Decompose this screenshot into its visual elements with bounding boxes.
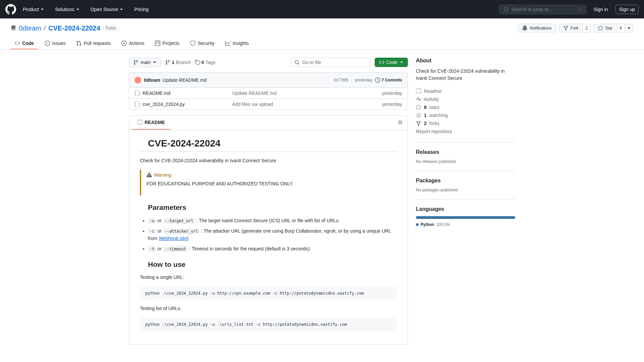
nav-product[interactable]: Product: [19, 4, 48, 15]
actions-icon: [121, 41, 127, 46]
readme-tab[interactable]: README: [132, 116, 170, 130]
file-time: yesterday: [382, 102, 402, 107]
file-browser-header: main 1 Branch 0 Tags Go to file Code: [129, 58, 408, 67]
readme-content: CVE-2024-22024 Check for CVE-2024-22024 …: [129, 130, 408, 344]
stars-link[interactable]: 8 stars: [416, 103, 515, 111]
avatar[interactable]: [135, 77, 141, 83]
chevron-down-icon: [119, 7, 123, 11]
fork-icon: [563, 25, 569, 31]
tags-link[interactable]: 0 Tags: [195, 60, 215, 65]
activity-link[interactable]: Activity: [416, 95, 515, 103]
history-icon: [375, 77, 380, 83]
repo-title-row: 0dteam / CVE-2024-22024 Public Notificat…: [11, 24, 633, 33]
file-commit-link[interactable]: Add files via upload: [232, 102, 273, 107]
language-item[interactable]: Python 100.0%: [416, 222, 515, 227]
howto-list-label: Testing list of URLs:: [140, 305, 397, 312]
about-section: About Check for CVE-2024-22024 vulnerabi…: [416, 58, 515, 142]
latest-commit-bar: 0dteam Update README.md 0c776f5 · yester…: [129, 72, 408, 88]
branches-link[interactable]: 1 Branch: [165, 60, 191, 65]
sign-in-button[interactable]: Sign in: [590, 5, 611, 14]
go-to-file-input[interactable]: Go to file: [290, 58, 371, 67]
tab-actions[interactable]: Actions: [117, 38, 148, 49]
commit-author[interactable]: 0dteam: [144, 77, 160, 83]
bell-icon: [522, 25, 528, 31]
global-header: Product Solutions Open Source Pricing Se…: [0, 0, 644, 18]
file-link[interactable]: cve_2024_22024.py: [143, 102, 185, 107]
search-icon: [503, 7, 509, 12]
code-icon: [15, 41, 20, 46]
about-heading: About: [416, 58, 515, 64]
readme-h1: CVE-2024-22024: [140, 138, 397, 152]
releases-heading: Releases: [416, 149, 515, 155]
file-link[interactable]: README.md: [143, 90, 170, 96]
header-left: Product Solutions Open Source Pricing: [5, 4, 153, 15]
readme-link[interactable]: Readme: [416, 87, 515, 95]
header-right: Search or jump to... / Sign in Sign up: [499, 5, 639, 14]
code-button[interactable]: Code: [375, 58, 408, 67]
report-link[interactable]: Report repository: [416, 127, 515, 135]
star-dropdown[interactable]: [625, 24, 633, 33]
pulse-icon: [416, 97, 421, 102]
nav-pricing[interactable]: Pricing: [130, 4, 153, 15]
branch-picker[interactable]: main: [129, 58, 161, 67]
file-row: cve_2024_22024.py Add files via upload y…: [129, 99, 408, 110]
commits-count-link[interactable]: 7 Commits: [375, 77, 402, 83]
repo-owner-link[interactable]: 0dteam: [19, 24, 41, 32]
file-commit-link[interactable]: Update README.md: [232, 90, 276, 96]
code-block: python .\cve_2024_22024.py -u http://vpn…: [140, 286, 397, 300]
book-icon: [416, 88, 421, 94]
readme-h2-howto: How to use: [140, 260, 397, 268]
star-button[interactable]: Star 8: [593, 24, 625, 33]
nav-solutions[interactable]: Solutions: [51, 4, 84, 15]
fork-count[interactable]: 2: [583, 24, 591, 32]
nav-opensource[interactable]: Open Source: [87, 4, 128, 15]
file-time: yesterday: [382, 90, 402, 96]
github-logo-icon[interactable]: [5, 4, 16, 15]
list-item: -u or --target_url : The target Ivanti C…: [148, 217, 397, 224]
file-row: README.md Update README.md yesterday: [129, 88, 408, 99]
alert-icon: [147, 172, 152, 178]
repo-title: 0dteam / CVE-2024-22024 Public: [11, 24, 119, 32]
sign-up-button[interactable]: Sign up: [615, 5, 639, 14]
list-icon: [397, 120, 403, 125]
search-icon: [294, 60, 300, 65]
fork-button[interactable]: Fork 2: [559, 24, 591, 33]
star-icon: [416, 105, 421, 110]
language-bar[interactable]: [416, 216, 515, 219]
tab-pulls[interactable]: Pull requests: [72, 38, 115, 49]
packages-section: Packages No packages published: [416, 178, 515, 199]
commit-message: 0dteam Update README.md: [144, 77, 331, 83]
repo-name-link[interactable]: CVE-2024-22024: [48, 24, 100, 32]
readme-h2-params: Parameters: [140, 203, 397, 212]
main-container: main 1 Branch 0 Tags Go to file Code 0dt…: [118, 50, 526, 353]
code-block: python .\cve_2024_22024.py -u .\urls_lis…: [140, 317, 397, 331]
star-count[interactable]: 8: [616, 24, 625, 32]
main-column: main 1 Branch 0 Tags Go to file Code 0dt…: [129, 58, 408, 345]
tab-code[interactable]: Code: [11, 38, 38, 49]
outline-button[interactable]: [395, 118, 405, 128]
forks-link[interactable]: 2 forks: [416, 119, 515, 127]
file-icon: [135, 90, 140, 96]
warning-alert: Warning FOR EDUCATIONAL PURPOSE AND AUTH…: [140, 170, 397, 195]
search-input[interactable]: Search or jump to... /: [499, 5, 586, 14]
chevron-down-icon: [40, 7, 44, 11]
packages-none: No packages published: [416, 188, 515, 192]
tab-projects[interactable]: Projects: [151, 38, 183, 49]
webhook-link[interactable]: Webhook.site: [159, 236, 187, 241]
commit-hash[interactable]: 0c776f5: [334, 78, 348, 82]
notifications-button[interactable]: Notifications: [518, 24, 556, 33]
list-item: -c or --attacker_url : The attacker URL …: [148, 227, 397, 242]
graph-icon: [225, 41, 230, 46]
shield-icon: [190, 41, 196, 46]
readme-tabs: README: [129, 116, 408, 130]
chevron-down-icon: [153, 60, 157, 64]
commit-message-text[interactable]: Update README.md: [162, 77, 207, 83]
tab-insights[interactable]: Insights: [221, 38, 253, 49]
list-item: -t or --timeout : Timeout in seconds for…: [148, 245, 397, 252]
languages-heading: Languages: [416, 206, 515, 212]
watching-link[interactable]: 1 watching: [416, 111, 515, 119]
tab-issues[interactable]: Issues: [41, 38, 69, 49]
star-icon: [598, 25, 603, 31]
tab-security[interactable]: Security: [186, 38, 219, 49]
chevron-down-icon: [76, 7, 80, 11]
